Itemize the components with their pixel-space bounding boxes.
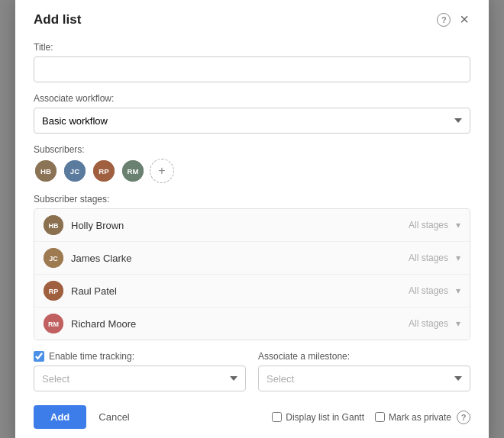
private-help-icon[interactable]: ? [457, 411, 470, 424]
stage-chevron-1: ▾ [456, 220, 460, 230]
stage-row-raul[interactable]: RP Raul Patel All stages ▾ [34, 275, 470, 308]
avatar-2[interactable]: JC [63, 159, 87, 183]
stage-chevron-4: ▾ [456, 318, 460, 329]
title-label: Title: [34, 42, 470, 53]
stage-name-4: Richard Moore [71, 318, 409, 330]
stage-row-richard[interactable]: RM Richard Moore All stages ▾ [34, 308, 470, 340]
mark-private-checkbox[interactable] [375, 412, 385, 422]
mark-private-text: Mark as private [389, 412, 451, 423]
milestone-label: Associate a milestone: [258, 351, 470, 362]
title-group: Title: [34, 42, 470, 82]
footer-actions: Add Cancel [34, 405, 134, 429]
workflow-label: Associate workflow: [34, 93, 470, 104]
add-list-modal: Add list ? × Title: Associate workflow: … [15, 0, 489, 438]
svg-text:HB: HB [40, 167, 51, 176]
mark-private-label[interactable]: Mark as private ? [375, 411, 470, 424]
title-input[interactable] [34, 56, 470, 82]
time-tracking-text: Enable time tracking: [49, 351, 134, 362]
svg-text:JC: JC [49, 255, 58, 262]
stage-value-2: All stages [409, 253, 448, 263]
time-tracking-select[interactable]: Select [34, 366, 246, 391]
subscribers-group: Subscribers: HB JC RP RM + [34, 144, 470, 183]
stage-chevron-2: ▾ [456, 253, 460, 263]
modal-header: Add list ? × [34, 9, 470, 30]
avatar-4[interactable]: RM [121, 159, 145, 183]
time-tracking-group: Enable time tracking: Select [34, 351, 246, 391]
stage-row-holly[interactable]: HB Holly Brown All stages ▾ [34, 209, 470, 242]
stage-name-2: James Clarke [71, 253, 409, 264]
svg-text:RP: RP [49, 288, 59, 295]
subscribers-label: Subscribers: [34, 144, 470, 155]
stage-avatar-3: RP [44, 281, 63, 301]
milestone-select[interactable]: Select [258, 366, 470, 391]
workflow-select[interactable]: Basic workflow Advanced workflow [34, 108, 470, 134]
milestone-group: Associate a milestone: Select [258, 351, 470, 391]
svg-text:JC: JC [70, 167, 79, 176]
stage-name-1: Holly Brown [71, 220, 409, 231]
subscribers-row: HB JC RP RM + [34, 159, 470, 183]
stage-name-3: Raul Patel [71, 285, 409, 297]
stage-avatar-4: RM [44, 314, 63, 333]
display-gantt-text: Display list in Gantt [286, 412, 364, 423]
svg-text:RP: RP [99, 167, 109, 176]
cancel-button[interactable]: Cancel [94, 405, 134, 429]
stage-value-1: All stages [409, 220, 448, 230]
subscriber-stages-group: Subscriber stages: HB Holly Brown All st… [34, 194, 470, 340]
subscriber-stages-list: HB Holly Brown All stages ▾ JC James Cla… [34, 208, 470, 340]
header-icons: ? × [437, 9, 470, 30]
time-tracking-label[interactable]: Enable time tracking: [34, 351, 246, 362]
stage-avatar-1: HB [44, 215, 63, 235]
svg-text:RM: RM [48, 320, 59, 328]
avatar-1[interactable]: HB [34, 159, 58, 183]
stage-avatar-2: JC [44, 248, 63, 268]
svg-text:RM: RM [128, 167, 139, 176]
svg-text:HB: HB [49, 222, 59, 230]
footer-row: Add Cancel Display list in Gantt Mark as… [34, 405, 470, 429]
bottom-selects-row: Enable time tracking: Select Associate a… [34, 351, 470, 391]
avatar-3[interactable]: RP [92, 159, 116, 183]
footer-options: Display list in Gantt Mark as private ? [272, 411, 470, 424]
display-gantt-checkbox[interactable] [272, 412, 282, 422]
stage-value-3: All stages [409, 285, 448, 296]
modal-title: Add list [34, 12, 81, 27]
help-button[interactable]: ? [437, 13, 451, 27]
close-button[interactable]: × [458, 9, 470, 30]
time-tracking-checkbox[interactable] [34, 351, 44, 362]
add-subscriber-button[interactable]: + [150, 159, 174, 183]
stage-row-james[interactable]: JC James Clarke All stages ▾ [34, 242, 470, 275]
stage-value-4: All stages [409, 318, 448, 329]
subscriber-stages-label: Subscriber stages: [34, 194, 470, 205]
workflow-group: Associate workflow: Basic workflow Advan… [34, 93, 470, 134]
add-button[interactable]: Add [34, 405, 86, 429]
display-gantt-label[interactable]: Display list in Gantt [272, 412, 364, 423]
stage-chevron-3: ▾ [456, 285, 460, 296]
